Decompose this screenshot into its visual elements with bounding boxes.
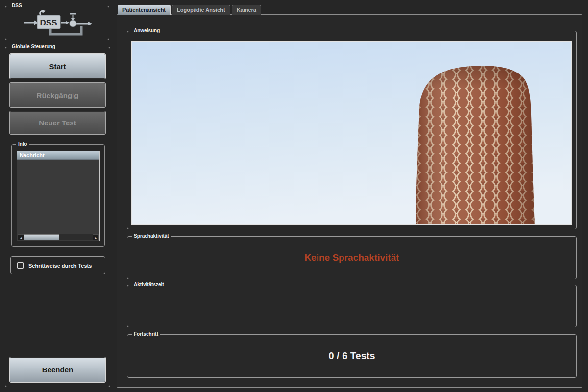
tab-patientenansicht[interactable]: Patientenansicht xyxy=(118,5,171,15)
dss-group-label: DSS xyxy=(10,2,24,9)
tabstrip: Patientenansicht Logopädie Ansicht Kamer… xyxy=(118,5,261,15)
dss-logo: DSS xyxy=(22,9,96,38)
message-list-body xyxy=(17,160,99,234)
globale-steuerung-label: Globale Steuerung xyxy=(10,43,57,50)
undo-button[interactable]: Rückgängig xyxy=(9,82,106,108)
tower-photo xyxy=(132,42,571,224)
fortschritt-groupbox: Fortschritt 0 / 6 Tests xyxy=(127,334,577,378)
message-list[interactable]: Nachricht ◄ ► xyxy=(17,151,100,241)
scrollbar-track[interactable] xyxy=(24,234,93,240)
start-button[interactable]: Start xyxy=(9,53,106,79)
stepwise-checkbox[interactable] xyxy=(17,262,24,269)
stepwise-checkbox-label: Schrittweise durch Tests xyxy=(28,263,92,269)
aktivitaetszeit-groupbox: Aktivitätszeit xyxy=(127,285,577,327)
dss-groupbox: DSS DSS xyxy=(5,6,109,40)
progress-counter: 0 / 6 Tests xyxy=(127,350,576,362)
scroll-right-icon[interactable]: ► xyxy=(93,234,99,240)
stepwise-check-row[interactable]: Schrittweise durch Tests xyxy=(11,257,105,274)
stepwise-groupbox: Schrittweise durch Tests xyxy=(10,256,105,274)
fortschritt-label: Fortschritt xyxy=(132,331,160,338)
sprachaktivitaet-label: Sprachaktivität xyxy=(132,233,171,240)
sprachaktivitaet-groupbox: Sprachaktivität Keine Sprachaktivität xyxy=(127,236,577,279)
instruction-image xyxy=(131,41,572,225)
scroll-left-icon[interactable]: ◄ xyxy=(18,234,24,240)
scrollbar-thumb[interactable] xyxy=(24,234,59,240)
quit-button[interactable]: Beenden xyxy=(9,357,106,383)
horizontal-scrollbar[interactable]: ◄ ► xyxy=(18,234,99,240)
new-test-button[interactable]: Neuer Test xyxy=(9,111,106,135)
globale-steuerung-groupbox: Globale Steuerung Start Rückgängig Neuer… xyxy=(5,47,110,387)
speech-activity-status: Keine Sprachaktivität xyxy=(127,252,576,263)
woven-tower xyxy=(416,66,535,224)
aktivitaetszeit-label: Aktivitätszeit xyxy=(132,281,166,288)
info-group-label: Info xyxy=(16,141,29,147)
info-groupbox: Info Nachricht ◄ ► xyxy=(11,144,105,247)
anweisung-label: Anweisung xyxy=(132,27,162,34)
patient-view-page: Anweisung xyxy=(117,14,582,388)
dss-logo-icon: DSS xyxy=(22,9,96,38)
tab-kamera[interactable]: Kamera xyxy=(232,5,261,15)
dss-logo-text: DSS xyxy=(40,18,57,27)
tab-logopaedie-ansicht[interactable]: Logopädie Ansicht xyxy=(172,5,230,15)
message-list-header[interactable]: Nachricht xyxy=(17,151,99,160)
anweisung-groupbox: Anweisung xyxy=(127,31,577,229)
